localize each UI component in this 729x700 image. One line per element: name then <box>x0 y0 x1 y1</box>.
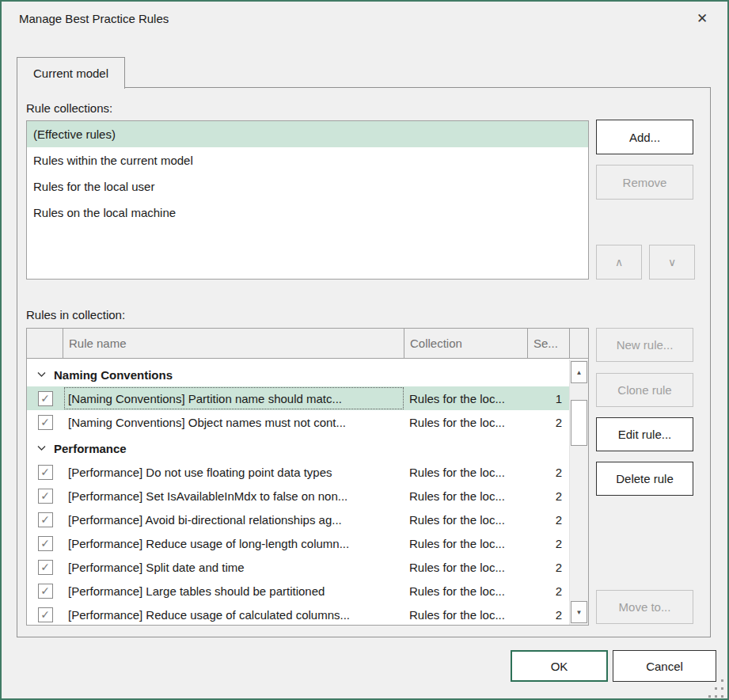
header-severity[interactable]: Se... <box>528 329 570 358</box>
rules-table: Rule name Collection Se... Naming Conven… <box>26 328 589 626</box>
rule-checkbox-cell: ✓ <box>27 484 63 508</box>
header-checkbox-column <box>27 329 63 358</box>
rule-checkbox[interactable]: ✓ <box>38 536 53 551</box>
dialog-title: Manage Best Practice Rules <box>19 12 169 25</box>
delete-rule-button[interactable]: Delete rule <box>596 462 693 496</box>
header-stub <box>570 329 588 358</box>
rule-collection-cell: Rules for the loc... <box>404 555 528 579</box>
close-icon[interactable]: ✕ <box>685 5 719 32</box>
collection-list-item[interactable]: Rules on the local machine <box>27 200 588 226</box>
rule-row[interactable]: ✓[Performance] Avoid bi-directional rela… <box>27 508 569 531</box>
collection-list-item[interactable]: Rules for the local user <box>27 173 588 200</box>
rule-collection-cell: Rules for the loc... <box>404 386 528 410</box>
rule-severity-cell: 2 <box>528 555 569 579</box>
header-collection[interactable]: Collection <box>404 329 528 358</box>
rule-row[interactable]: ✓[Naming Conventions] Partition name sho… <box>27 386 569 410</box>
rules-table-body: Naming Conventions✓[Naming Conventions] … <box>27 360 569 625</box>
rule-checkbox-cell: ✓ <box>27 460 63 484</box>
rule-row[interactable]: ✓[Performance] Reduce usage of long-leng… <box>27 531 569 555</box>
rule-collection-cell: Rules for the loc... <box>404 484 528 508</box>
rule-checkbox-cell: ✓ <box>27 603 63 625</box>
rule-row[interactable]: ✓[Performance] Set IsAvailableInMdx to f… <box>27 484 569 508</box>
add-button[interactable]: Add... <box>596 120 693 154</box>
rule-checkbox[interactable]: ✓ <box>38 391 53 406</box>
rule-checkbox-cell: ✓ <box>27 531 63 555</box>
rule-severity-cell: 2 <box>528 410 569 434</box>
rule-severity-cell: 2 <box>528 579 569 603</box>
rule-checkbox[interactable]: ✓ <box>38 584 53 599</box>
header-rule-name[interactable]: Rule name <box>63 329 404 358</box>
rule-checkbox[interactable]: ✓ <box>38 560 53 575</box>
remove-button[interactable]: Remove <box>596 165 693 200</box>
rule-severity-cell: 2 <box>528 531 569 555</box>
rule-checkbox-cell: ✓ <box>27 410 63 434</box>
rule-checkbox-cell: ✓ <box>27 508 63 531</box>
rule-collection-cell: Rules for the loc... <box>404 508 528 531</box>
rule-collection-cell: Rules for the loc... <box>404 579 528 603</box>
rule-name-cell[interactable]: [Performance] Avoid bi-directional relat… <box>63 508 404 531</box>
rule-checkbox-cell: ✓ <box>27 579 63 603</box>
rule-severity-cell: 1 <box>528 386 569 410</box>
group-row[interactable]: Performance <box>27 436 569 460</box>
group-name: Naming Conventions <box>54 368 173 382</box>
rule-name-cell[interactable]: [Performance] Reduce usage of calculated… <box>63 603 404 625</box>
rule-row[interactable]: ✓[Performance] Split date and timeRules … <box>27 555 569 579</box>
rule-name-cell[interactable]: [Performance] Split date and time <box>63 555 404 579</box>
scrollbar-thumb[interactable] <box>571 400 587 446</box>
rule-name-cell[interactable]: [Naming Conventions] Partition name shou… <box>63 386 404 410</box>
rule-checkbox-cell: ✓ <box>27 386 63 410</box>
vertical-scrollbar[interactable]: ▲ ▼ <box>569 360 588 625</box>
rule-row[interactable]: ✓[Performance] Reduce usage of calculate… <box>27 603 569 625</box>
rule-severity-cell: 2 <box>528 508 569 531</box>
rule-name-cell[interactable]: [Performance] Large tables should be par… <box>63 579 404 603</box>
rule-row[interactable]: ✓[Performance] Do not use floating point… <box>27 460 569 484</box>
move-down-button[interactable]: ∨ <box>649 245 695 280</box>
collection-list-item[interactable]: Rules within the current model <box>27 147 588 173</box>
rule-row[interactable]: ✓[Naming Conventions] Object names must … <box>27 410 569 434</box>
rule-checkbox[interactable]: ✓ <box>38 512 53 527</box>
scroll-up-icon[interactable]: ▲ <box>571 361 587 383</box>
rules-in-collection-label: Rules in collection: <box>26 308 125 324</box>
chevron-down-icon <box>37 371 46 378</box>
rule-collection-cell: Rules for the loc... <box>404 460 528 484</box>
group-name: Performance <box>54 442 127 455</box>
rule-collection-cell: Rules for the loc... <box>404 603 528 625</box>
clone-rule-button[interactable]: Clone rule <box>596 373 693 407</box>
move-up-button[interactable]: ∧ <box>596 245 642 280</box>
rule-collections-list: (Effective rules)Rules within the curren… <box>26 120 589 280</box>
rule-collections-label: Rule collections: <box>26 101 112 117</box>
scroll-down-icon[interactable]: ▼ <box>571 601 587 623</box>
rule-checkbox-cell: ✓ <box>27 555 63 579</box>
rule-collection-cell: Rules for the loc... <box>404 531 528 555</box>
rule-severity-cell: 2 <box>528 460 569 484</box>
rule-collection-cell: Rules for the loc... <box>404 410 528 434</box>
edit-rule-button[interactable]: Edit rule... <box>596 417 693 451</box>
rule-name-cell[interactable]: [Naming Conventions] Object names must n… <box>63 410 404 434</box>
rule-name-cell[interactable]: [Performance] Set IsAvailableInMdx to fa… <box>63 484 404 508</box>
rule-checkbox[interactable]: ✓ <box>38 489 53 504</box>
tab-current-model[interactable]: Current model <box>17 57 125 89</box>
rule-checkbox[interactable]: ✓ <box>38 415 53 430</box>
new-rule-button[interactable]: New rule... <box>596 328 693 362</box>
cancel-button[interactable]: Cancel <box>613 650 716 682</box>
move-to-button[interactable]: Move to... <box>596 590 693 624</box>
collection-list-item[interactable]: (Effective rules) <box>27 121 588 147</box>
rule-row[interactable]: ✓[Performance] Large tables should be pa… <box>27 579 569 603</box>
chevron-down-icon <box>37 445 46 451</box>
resize-grip[interactable] <box>706 677 727 698</box>
rule-name-cell[interactable]: [Performance] Do not use floating point … <box>63 460 404 484</box>
rule-severity-cell: 2 <box>528 603 569 625</box>
manage-best-practice-rules-dialog: Manage Best Practice Rules ✕ Current mod… <box>0 0 729 700</box>
rules-table-header: Rule name Collection Se... <box>27 329 588 359</box>
rule-severity-cell: 2 <box>528 484 569 508</box>
rule-checkbox[interactable]: ✓ <box>38 607 53 622</box>
rule-checkbox[interactable]: ✓ <box>38 465 53 480</box>
tab-label: Current model <box>33 67 108 80</box>
ok-button[interactable]: OK <box>511 650 608 682</box>
group-row[interactable]: Naming Conventions <box>27 363 569 386</box>
rule-name-cell[interactable]: [Performance] Reduce usage of long-lengt… <box>63 531 404 555</box>
